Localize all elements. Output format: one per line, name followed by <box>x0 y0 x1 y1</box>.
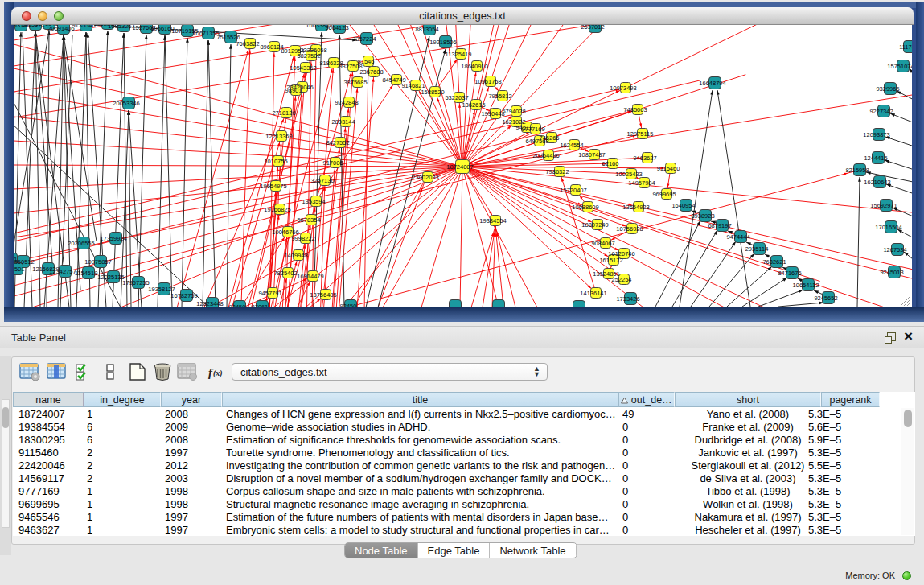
svg-text:16210643: 16210643 <box>864 179 890 186</box>
svg-text:3267130: 3267130 <box>310 177 334 184</box>
svg-text:7825402: 7825402 <box>273 270 297 277</box>
svg-text:14136141: 14136141 <box>580 290 606 297</box>
svg-text:20691406: 20691406 <box>47 25 74 32</box>
svg-text:1624554: 1624554 <box>560 142 583 149</box>
svg-text:12975115: 12975115 <box>627 130 654 138</box>
svg-text:7955812: 7955812 <box>488 93 511 100</box>
svg-text:13756485: 13756485 <box>310 291 336 299</box>
svg-text:15692971: 15692971 <box>870 202 897 209</box>
svg-text:9664123: 9664123 <box>325 25 348 31</box>
svg-text:9474444: 9474444 <box>726 233 749 241</box>
svg-text:87061: 87061 <box>252 303 269 308</box>
svg-text:11325419: 11325419 <box>446 51 472 58</box>
svg-text:20206555: 20206555 <box>68 240 94 247</box>
svg-text:10961758: 10961758 <box>474 78 501 85</box>
svg-text:15751074: 15751074 <box>887 63 912 70</box>
svg-text:10756928: 10756928 <box>616 225 643 233</box>
svg-text:10807487: 10807487 <box>578 151 605 159</box>
svg-text:9115460: 9115460 <box>657 165 680 172</box>
svg-text:3875685: 3875685 <box>343 79 367 86</box>
svg-text:2935114: 2935114 <box>745 245 769 253</box>
svg-text:9457791: 9457791 <box>258 290 281 297</box>
svg-text:1010755: 1010755 <box>264 158 287 165</box>
svg-text:6966160: 6966160 <box>150 25 174 32</box>
svg-text:17016504: 17016504 <box>875 224 901 231</box>
svg-text:8813054: 8813054 <box>415 26 438 33</box>
svg-text:81546: 81546 <box>358 58 375 65</box>
svg-text:2803144: 2803144 <box>331 118 355 126</box>
svg-text:5322037: 5322037 <box>445 94 468 101</box>
svg-text:12823448: 12823448 <box>196 300 223 307</box>
svg-text:19166825: 19166825 <box>264 206 290 213</box>
svg-text:19654975: 19654975 <box>260 183 286 190</box>
svg-text:5678354: 5678354 <box>297 216 320 224</box>
svg-text:9329966: 9329966 <box>876 85 899 93</box>
svg-text:16914479: 16914479 <box>297 273 323 280</box>
svg-text:51001: 51001 <box>14 256 17 263</box>
svg-text:20053346: 20053346 <box>113 100 139 107</box>
svg-text:1733426: 1733426 <box>616 295 639 303</box>
svg-text:98901: 98901 <box>285 87 302 94</box>
svg-text:10853267: 10853267 <box>108 25 134 30</box>
svg-text:7663822: 7663822 <box>236 40 259 47</box>
svg-text:10543362: 10543362 <box>290 64 316 72</box>
svg-text:8938923: 8938923 <box>691 212 714 220</box>
svg-text:2367608: 2367608 <box>359 68 383 76</box>
svg-text:62160: 62160 <box>602 160 619 167</box>
svg-text:917006: 917006 <box>322 159 343 167</box>
svg-text:8960124: 8960124 <box>260 43 283 51</box>
svg-text:23002033: 23002033 <box>412 174 438 181</box>
svg-text:9242848: 9242848 <box>335 99 358 106</box>
svg-text:7485063: 7485063 <box>623 106 647 113</box>
svg-text:18724007: 18724007 <box>446 163 473 171</box>
svg-text:10671355: 10671355 <box>192 30 219 37</box>
svg-text:19218506: 19218506 <box>429 39 456 46</box>
svg-text:11178: 11178 <box>899 43 912 51</box>
svg-text:10025433: 10025433 <box>615 171 642 178</box>
svg-text:1409948: 1409948 <box>284 252 307 259</box>
svg-text:9463627: 9463627 <box>633 154 656 162</box>
svg-text:92450: 92450 <box>229 303 246 308</box>
svg-text:14957984: 14957984 <box>628 179 655 187</box>
svg-text:7632621: 7632621 <box>762 258 786 266</box>
svg-text:9245013: 9245013 <box>880 269 903 276</box>
svg-text:1990448: 1990448 <box>481 110 504 117</box>
svg-text:9777169: 9777169 <box>521 126 544 133</box>
svg-text:15720407: 15720407 <box>560 187 586 194</box>
svg-text:5827502: 5827502 <box>297 52 320 60</box>
svg-text:12025135: 12025135 <box>97 274 124 281</box>
svg-text:16648794: 16648794 <box>699 80 725 87</box>
svg-text:20364436: 20364436 <box>532 152 559 159</box>
svg-text:10688609: 10688609 <box>572 204 598 211</box>
svg-text:92450: 92450 <box>340 303 357 308</box>
svg-text:8427552: 8427552 <box>326 139 349 146</box>
svg-text:2718126: 2718126 <box>272 109 295 117</box>
svg-text:9084067: 9084067 <box>591 240 614 247</box>
svg-text:13654923: 13654923 <box>622 204 649 211</box>
svg-text:6879197: 6879197 <box>708 222 731 229</box>
svg-text:18640910: 18640910 <box>461 63 487 70</box>
svg-text:252254: 252254 <box>611 276 631 283</box>
svg-text:1154519: 1154519 <box>75 270 98 277</box>
svg-text:1362615: 1362615 <box>462 101 485 109</box>
svg-text:9135546: 9135546 <box>72 25 95 29</box>
svg-text:8215958: 8215958 <box>845 167 869 174</box>
svg-text:391501: 391501 <box>14 266 25 273</box>
svg-text:2637012: 2637012 <box>581 25 604 31</box>
svg-text:6497568: 6497568 <box>525 138 548 145</box>
svg-text:19384554: 19384554 <box>479 217 506 225</box>
svg-text:17957255: 17957255 <box>122 279 149 286</box>
svg-text:10654112: 10654112 <box>793 282 819 289</box>
svg-text:10975857: 10975857 <box>84 258 111 266</box>
svg-text:1640954: 1640954 <box>671 202 695 209</box>
svg-text:12342757: 12342757 <box>49 268 76 275</box>
svg-text:1588520: 1588520 <box>421 89 444 96</box>
svg-text:17359924: 17359924 <box>100 235 126 242</box>
svg-text:8471676: 8471676 <box>778 270 801 277</box>
svg-text:12213369: 12213369 <box>265 133 292 140</box>
svg-text:(x): (x) <box>213 369 223 378</box>
svg-text:6794028: 6794028 <box>502 108 525 115</box>
svg-text:9699695: 9699695 <box>652 191 676 198</box>
svg-text:1267534: 1267534 <box>883 246 906 253</box>
svg-text:1615172: 1615172 <box>599 257 622 264</box>
